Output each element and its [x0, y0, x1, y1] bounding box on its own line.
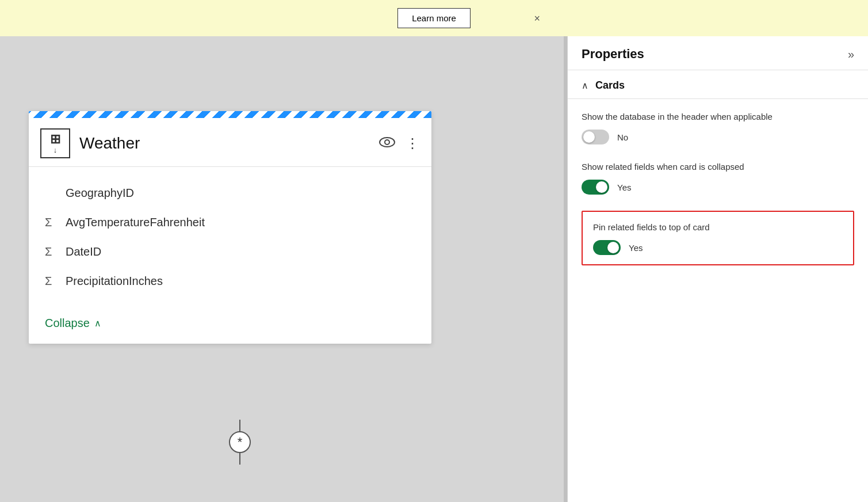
card-header: ⊞ ↓ Weather ⋮: [29, 118, 431, 167]
section-title: Cards: [595, 79, 625, 92]
sigma-icon-dateid: Σ: [45, 245, 66, 258]
panel-section-header[interactable]: ∧ Cards: [568, 70, 868, 99]
field-dateid: Σ DateID: [45, 237, 415, 267]
toggle-label-pin-related: Yes: [629, 243, 643, 253]
canvas-area: ⊞ ↓ Weather ⋮: [0, 36, 564, 502]
field-precipitation: Σ PrecipitationInches: [45, 267, 415, 296]
connector-line-bottom: [239, 453, 240, 465]
toggle-knob-show-database: [583, 131, 595, 143]
main-area: ⊞ ↓ Weather ⋮: [0, 36, 868, 502]
learn-more-button[interactable]: Learn more: [397, 8, 471, 28]
sigma-icon-avgtemp: Σ: [45, 216, 66, 229]
connector-line-top: [239, 420, 240, 431]
more-options-icon[interactable]: ⋮: [406, 135, 420, 151]
toggle-row-show-database: No: [582, 130, 854, 144]
toggle-pin-related[interactable]: [593, 240, 621, 255]
toggle-row-pin-related: Yes: [593, 240, 843, 255]
field-name-precipitation: PrecipitationInches: [66, 275, 163, 288]
card-stripe: [29, 111, 431, 118]
collapse-chevron-icon: ∧: [94, 318, 101, 329]
banner-close-button[interactable]: ×: [534, 12, 540, 24]
weather-card: ⊞ ↓ Weather ⋮: [29, 111, 431, 344]
arrow-icon: ↓: [53, 146, 58, 154]
card-collapse[interactable]: Collapse ∧: [29, 307, 431, 344]
field-avgtemp: Σ AvgTemperatureFahrenheit: [45, 208, 415, 237]
asterisk-symbol: *: [229, 431, 251, 453]
card-header-actions: ⋮: [379, 135, 420, 151]
properties-panel: Properties » ∧ Cards Show the database i…: [567, 36, 868, 502]
table-icon: ⊞: [50, 133, 60, 146]
toggle-show-database[interactable]: [582, 130, 609, 144]
top-banner: Learn more ×: [0, 0, 868, 36]
toggle-knob-pin-related: [607, 242, 619, 253]
card-fields: GeographyID Σ AvgTemperatureFahrenheit Σ…: [29, 167, 431, 307]
property-label-show-database: Show the database in the header when app…: [582, 111, 854, 123]
panel-collapse-button[interactable]: »: [848, 48, 854, 61]
field-name-avgtemp: AvgTemperatureFahrenheit: [66, 216, 205, 229]
toggle-row-show-related-collapsed: Yes: [582, 180, 854, 195]
property-pin-related: Pin related fields to top of card Yes: [593, 221, 843, 255]
property-show-database: Show the database in the header when app…: [582, 111, 854, 144]
panel-header: Properties »: [568, 36, 868, 70]
section-chevron-icon: ∧: [582, 80, 588, 91]
panel-content: Show the database in the header when app…: [568, 99, 868, 502]
toggle-label-show-related-collapsed: Yes: [617, 182, 631, 192]
field-geographyid: GeographyID: [45, 178, 415, 208]
toggle-show-related-collapsed[interactable]: [582, 180, 609, 195]
card-title: Weather: [79, 134, 379, 153]
property-show-related-collapsed: Show related fields when card is collaps…: [582, 161, 854, 195]
toggle-label-show-database: No: [617, 132, 628, 142]
svg-point-0: [380, 138, 395, 147]
connector: *: [229, 420, 251, 465]
property-label-pin-related: Pin related fields to top of card: [593, 221, 843, 233]
field-name-dateid: DateID: [66, 245, 101, 258]
eye-icon[interactable]: [379, 136, 395, 151]
sigma-icon-precipitation: Σ: [45, 275, 66, 288]
field-name-geographyid: GeographyID: [66, 187, 134, 200]
svg-point-1: [385, 140, 389, 144]
toggle-knob-show-related-collapsed: [596, 181, 607, 193]
card-icon: ⊞ ↓: [40, 128, 70, 158]
collapse-label[interactable]: Collapse: [45, 317, 90, 330]
panel-title: Properties: [582, 47, 644, 62]
property-pin-related-highlighted: Pin related fields to top of card Yes: [582, 211, 854, 265]
property-label-show-related-collapsed: Show related fields when card is collaps…: [582, 161, 854, 173]
